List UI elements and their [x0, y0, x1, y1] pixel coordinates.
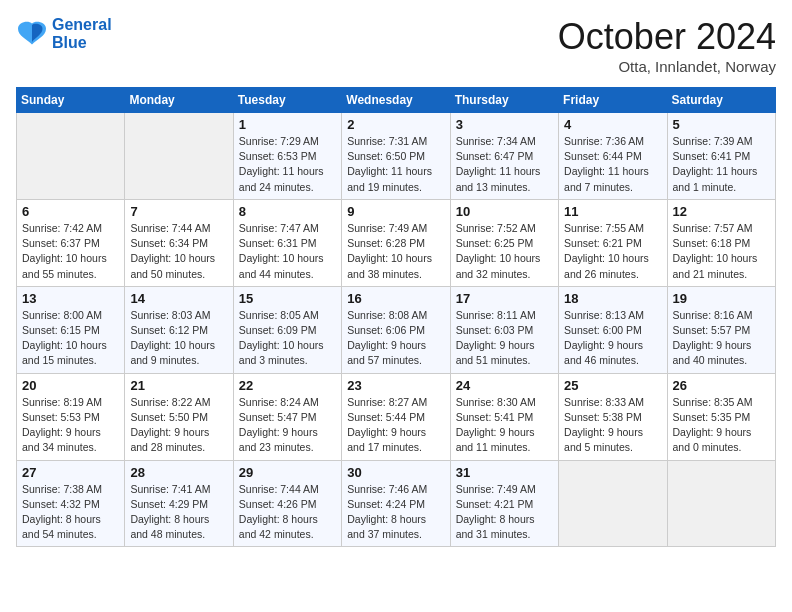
day-number: 18 — [564, 291, 661, 306]
day-info: Sunrise: 8:19 AM Sunset: 5:53 PM Dayligh… — [22, 395, 119, 456]
calendar-day-cell: 3 Sunrise: 7:34 AM Sunset: 6:47 PM Dayli… — [450, 113, 558, 200]
month-title: October 2024 — [558, 16, 776, 58]
day-info: Sunrise: 8:03 AM Sunset: 6:12 PM Dayligh… — [130, 308, 227, 369]
weekday-header: Monday — [125, 88, 233, 113]
calendar-day-cell: 6 Sunrise: 7:42 AM Sunset: 6:37 PM Dayli… — [17, 199, 125, 286]
weekday-header: Thursday — [450, 88, 558, 113]
calendar-day-cell: 20 Sunrise: 8:19 AM Sunset: 5:53 PM Dayl… — [17, 373, 125, 460]
day-number: 5 — [673, 117, 770, 132]
calendar-day-cell: 10 Sunrise: 7:52 AM Sunset: 6:25 PM Dayl… — [450, 199, 558, 286]
calendar-day-cell: 25 Sunrise: 8:33 AM Sunset: 5:38 PM Dayl… — [559, 373, 667, 460]
day-info: Sunrise: 7:38 AM Sunset: 4:32 PM Dayligh… — [22, 482, 119, 543]
day-number: 27 — [22, 465, 119, 480]
calendar-day-cell: 17 Sunrise: 8:11 AM Sunset: 6:03 PM Dayl… — [450, 286, 558, 373]
title-block: October 2024 Otta, Innlandet, Norway — [558, 16, 776, 75]
logo-icon — [16, 20, 48, 48]
day-number: 21 — [130, 378, 227, 393]
calendar-day-cell — [667, 460, 775, 547]
logo: General Blue — [16, 16, 112, 51]
day-number: 10 — [456, 204, 553, 219]
day-info: Sunrise: 7:34 AM Sunset: 6:47 PM Dayligh… — [456, 134, 553, 195]
day-number: 24 — [456, 378, 553, 393]
day-number: 4 — [564, 117, 661, 132]
day-number: 11 — [564, 204, 661, 219]
day-number: 9 — [347, 204, 444, 219]
calendar-day-cell: 14 Sunrise: 8:03 AM Sunset: 6:12 PM Dayl… — [125, 286, 233, 373]
day-number: 25 — [564, 378, 661, 393]
calendar-day-cell — [559, 460, 667, 547]
day-number: 16 — [347, 291, 444, 306]
day-number: 3 — [456, 117, 553, 132]
calendar-day-cell: 7 Sunrise: 7:44 AM Sunset: 6:34 PM Dayli… — [125, 199, 233, 286]
day-info: Sunrise: 7:47 AM Sunset: 6:31 PM Dayligh… — [239, 221, 336, 282]
calendar-day-cell: 1 Sunrise: 7:29 AM Sunset: 6:53 PM Dayli… — [233, 113, 341, 200]
day-info: Sunrise: 7:49 AM Sunset: 4:21 PM Dayligh… — [456, 482, 553, 543]
calendar-day-cell — [17, 113, 125, 200]
day-number: 2 — [347, 117, 444, 132]
day-number: 26 — [673, 378, 770, 393]
calendar-day-cell: 5 Sunrise: 7:39 AM Sunset: 6:41 PM Dayli… — [667, 113, 775, 200]
calendar-day-cell: 31 Sunrise: 7:49 AM Sunset: 4:21 PM Dayl… — [450, 460, 558, 547]
day-info: Sunrise: 7:39 AM Sunset: 6:41 PM Dayligh… — [673, 134, 770, 195]
day-info: Sunrise: 7:46 AM Sunset: 4:24 PM Dayligh… — [347, 482, 444, 543]
calendar-day-cell — [125, 113, 233, 200]
calendar-day-cell: 26 Sunrise: 8:35 AM Sunset: 5:35 PM Dayl… — [667, 373, 775, 460]
day-info: Sunrise: 7:44 AM Sunset: 6:34 PM Dayligh… — [130, 221, 227, 282]
calendar-day-cell: 15 Sunrise: 8:05 AM Sunset: 6:09 PM Dayl… — [233, 286, 341, 373]
logo-text: General Blue — [52, 16, 112, 51]
weekday-header: Sunday — [17, 88, 125, 113]
day-info: Sunrise: 8:05 AM Sunset: 6:09 PM Dayligh… — [239, 308, 336, 369]
day-number: 14 — [130, 291, 227, 306]
calendar-day-cell: 16 Sunrise: 8:08 AM Sunset: 6:06 PM Dayl… — [342, 286, 450, 373]
day-info: Sunrise: 7:52 AM Sunset: 6:25 PM Dayligh… — [456, 221, 553, 282]
day-info: Sunrise: 7:42 AM Sunset: 6:37 PM Dayligh… — [22, 221, 119, 282]
calendar-day-cell: 23 Sunrise: 8:27 AM Sunset: 5:44 PM Dayl… — [342, 373, 450, 460]
calendar-day-cell: 21 Sunrise: 8:22 AM Sunset: 5:50 PM Dayl… — [125, 373, 233, 460]
calendar-day-cell: 13 Sunrise: 8:00 AM Sunset: 6:15 PM Dayl… — [17, 286, 125, 373]
day-number: 15 — [239, 291, 336, 306]
day-number: 1 — [239, 117, 336, 132]
calendar-day-cell: 29 Sunrise: 7:44 AM Sunset: 4:26 PM Dayl… — [233, 460, 341, 547]
calendar-day-cell: 9 Sunrise: 7:49 AM Sunset: 6:28 PM Dayli… — [342, 199, 450, 286]
day-info: Sunrise: 7:36 AM Sunset: 6:44 PM Dayligh… — [564, 134, 661, 195]
day-info: Sunrise: 8:13 AM Sunset: 6:00 PM Dayligh… — [564, 308, 661, 369]
calendar-day-cell: 11 Sunrise: 7:55 AM Sunset: 6:21 PM Dayl… — [559, 199, 667, 286]
day-number: 7 — [130, 204, 227, 219]
day-number: 17 — [456, 291, 553, 306]
calendar-day-cell: 8 Sunrise: 7:47 AM Sunset: 6:31 PM Dayli… — [233, 199, 341, 286]
day-info: Sunrise: 8:08 AM Sunset: 6:06 PM Dayligh… — [347, 308, 444, 369]
day-info: Sunrise: 7:31 AM Sunset: 6:50 PM Dayligh… — [347, 134, 444, 195]
day-number: 28 — [130, 465, 227, 480]
calendar-day-cell: 27 Sunrise: 7:38 AM Sunset: 4:32 PM Dayl… — [17, 460, 125, 547]
day-info: Sunrise: 8:00 AM Sunset: 6:15 PM Dayligh… — [22, 308, 119, 369]
day-number: 22 — [239, 378, 336, 393]
calendar-day-cell: 19 Sunrise: 8:16 AM Sunset: 5:57 PM Dayl… — [667, 286, 775, 373]
day-info: Sunrise: 7:44 AM Sunset: 4:26 PM Dayligh… — [239, 482, 336, 543]
day-number: 6 — [22, 204, 119, 219]
calendar-day-cell: 2 Sunrise: 7:31 AM Sunset: 6:50 PM Dayli… — [342, 113, 450, 200]
calendar-table: SundayMondayTuesdayWednesdayThursdayFrid… — [16, 87, 776, 547]
day-number: 30 — [347, 465, 444, 480]
day-info: Sunrise: 7:57 AM Sunset: 6:18 PM Dayligh… — [673, 221, 770, 282]
day-info: Sunrise: 8:16 AM Sunset: 5:57 PM Dayligh… — [673, 308, 770, 369]
weekday-header: Friday — [559, 88, 667, 113]
calendar-week-row: 13 Sunrise: 8:00 AM Sunset: 6:15 PM Dayl… — [17, 286, 776, 373]
day-number: 8 — [239, 204, 336, 219]
calendar-day-cell: 24 Sunrise: 8:30 AM Sunset: 5:41 PM Dayl… — [450, 373, 558, 460]
page-header: General Blue October 2024 Otta, Innlande… — [16, 16, 776, 75]
weekday-header: Tuesday — [233, 88, 341, 113]
day-info: Sunrise: 7:29 AM Sunset: 6:53 PM Dayligh… — [239, 134, 336, 195]
weekday-header: Wednesday — [342, 88, 450, 113]
calendar-week-row: 1 Sunrise: 7:29 AM Sunset: 6:53 PM Dayli… — [17, 113, 776, 200]
day-info: Sunrise: 8:22 AM Sunset: 5:50 PM Dayligh… — [130, 395, 227, 456]
day-number: 23 — [347, 378, 444, 393]
calendar-day-cell: 4 Sunrise: 7:36 AM Sunset: 6:44 PM Dayli… — [559, 113, 667, 200]
day-number: 12 — [673, 204, 770, 219]
day-number: 20 — [22, 378, 119, 393]
calendar-week-row: 6 Sunrise: 7:42 AM Sunset: 6:37 PM Dayli… — [17, 199, 776, 286]
day-info: Sunrise: 8:30 AM Sunset: 5:41 PM Dayligh… — [456, 395, 553, 456]
calendar-day-cell: 30 Sunrise: 7:46 AM Sunset: 4:24 PM Dayl… — [342, 460, 450, 547]
day-number: 19 — [673, 291, 770, 306]
calendar-header-row: SundayMondayTuesdayWednesdayThursdayFrid… — [17, 88, 776, 113]
calendar-day-cell: 12 Sunrise: 7:57 AM Sunset: 6:18 PM Dayl… — [667, 199, 775, 286]
